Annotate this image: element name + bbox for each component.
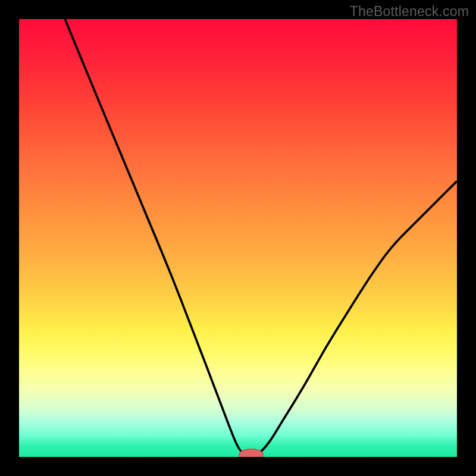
watermark-text: TheBottleneck.com: [350, 4, 469, 20]
plot-area: [19, 19, 457, 457]
curve-right: [258, 181, 457, 455]
curve-left: [65, 19, 245, 455]
marker-pill: [239, 449, 263, 457]
chart-frame: TheBottleneck.com: [0, 0, 476, 476]
curve-svg: [19, 19, 457, 457]
